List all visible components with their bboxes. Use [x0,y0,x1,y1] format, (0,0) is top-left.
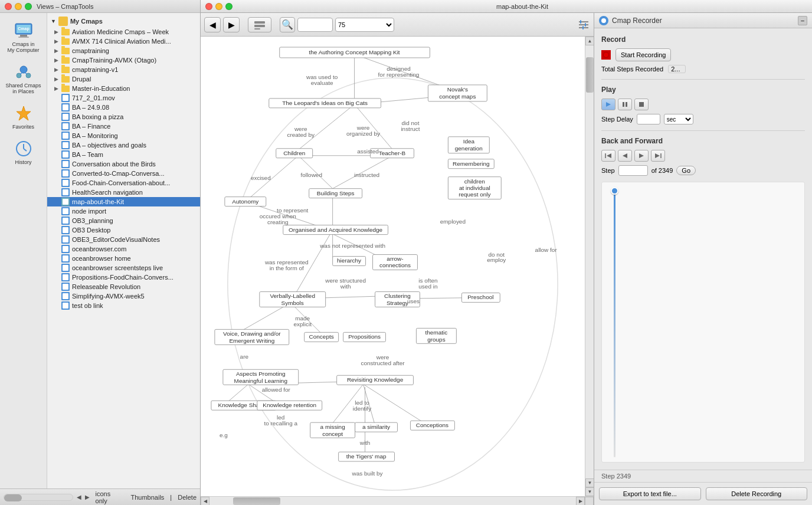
tree-item-ba-objectives[interactable]: BA – objectives and goals [47,140,200,150]
tree-item-cmaptraining[interactable]: ▶ cmaptraining [47,46,200,55]
step-forward-button[interactable] [634,150,649,162]
vertical-scrollbar[interactable]: ▲ ▼ ▼ [585,37,594,496]
pause-button[interactable] [618,99,632,110]
scroll-track-vertical[interactable] [585,45,594,478]
nav-shared-cmaps[interactable]: Shared Cmapsin Places [3,59,44,98]
minimize-button[interactable] [15,3,22,10]
icons-only-label[interactable]: icons only [96,490,124,504]
progress-thumb[interactable] [611,187,618,195]
svg-text:allowed for: allowed for [262,386,291,393]
svg-text:Revisiting Knowledge: Revisiting Knowledge [347,376,404,383]
tree-item-drupal[interactable]: ▶ Drupal [47,74,200,84]
step-back-button[interactable] [618,150,632,162]
cmap-icon [61,160,70,168]
zoom-in-button[interactable]: 🔍 [280,17,295,32]
tree-item-obe3[interactable]: OBE3_EditorCodeVisualNotes [47,235,200,244]
tree-item-aviation[interactable]: ▶ Aviation Medicine Cmaps – Week [47,27,200,37]
tree-item-map-about-kit[interactable]: map-about-the-Kit [47,197,200,206]
tree-item-converted[interactable]: Converted-to-Cmap-Conversa... [47,169,200,178]
svg-line-33 [245,156,299,202]
play-button[interactable] [601,99,615,110]
maximize-button[interactable] [25,3,32,10]
tree-item-avmx714[interactable]: ▶ AVMX 714 Clinical Aviation Medi... [47,37,200,46]
svg-text:evaluate: evaluate [311,80,333,86]
folder-icon [61,38,70,45]
scroll-up-button[interactable]: ▲ [585,37,594,45]
svg-rect-50 [280,47,430,58]
scroll-right-button[interactable]: ▶ [576,497,585,505]
svg-text:in the form of: in the form of [270,265,304,271]
tree-item-conversation-birds[interactable]: Conversation about the Birds [47,159,200,169]
stop-button[interactable] [634,99,649,110]
tree-item-cmaptraining-v1[interactable]: ▶ cmaptraining-v1 [47,65,200,74]
nav-favorites[interactable]: Favorites [3,100,44,133]
step-delay-input[interactable]: 1 [637,114,660,124]
back-button[interactable]: ◀ [204,17,221,32]
scroll-bottom-button[interactable]: ▼ [585,487,594,496]
horizontal-scrollbar[interactable]: ◀ ▶ [201,496,594,505]
scroll-track-horizontal[interactable] [209,497,576,505]
delete-label[interactable]: Delete [178,494,197,501]
map-canvas[interactable]: the Authoring Concept Mapping Kit The Le… [201,37,585,496]
zoom-input[interactable]: 75 [297,18,333,32]
svg-text:The Leopard's Ideas on Big Cat: The Leopard's Ideas on Big Cats [282,100,368,106]
scroll-thumb-vertical[interactable] [586,57,594,93]
go-button[interactable]: Go [676,166,696,175]
record-section-title: Record [601,35,805,44]
last-step-button[interactable] [651,150,665,162]
folder-icon [61,86,70,92]
svg-line-43 [248,381,364,384]
tree-item-ba-team[interactable]: BA – Team [47,150,200,159]
tree-item-healthsearch[interactable]: HealthSearch navigation [47,188,200,197]
map-minimize-button[interactable] [215,3,222,10]
tree-item-oceanbrowser-home[interactable]: oceanbrowser home [47,254,200,263]
map-maximize-button[interactable] [225,3,233,10]
tree-item-food-chain[interactable]: Food-Chain-Conversation-about... [47,178,200,188]
step-delay-unit[interactable]: sec ms [664,114,693,124]
scroll-down-button[interactable]: ▼ [585,478,594,487]
tools-button[interactable] [248,17,271,32]
tree-item-ba-finance[interactable]: BA – Finance [47,122,200,131]
export-button[interactable]: Export to text file... [599,487,701,500]
thumbnails-label[interactable]: Thumbnails [130,494,164,501]
settings-icon[interactable] [577,18,590,31]
tree-item-test-ob[interactable]: test ob link [47,301,200,310]
svg-text:assisted: assisted [357,148,379,155]
my-cmaps-label: My Cmaps [70,18,103,25]
cmap-icon [61,301,70,310]
tree-item-ba-monitoring[interactable]: BA – Monitoring [47,131,200,140]
map-close-button[interactable] [205,3,212,10]
scroll-left-button[interactable]: ◀ [201,497,209,505]
close-button[interactable] [5,3,12,10]
tree-item-cmaptraining-avmx[interactable]: ▶ CmapTraining-AVMX (Otago) [47,55,200,65]
tree-item-oceanbrowser-com[interactable]: oceanbrowser.com [47,244,200,254]
delete-recording-button[interactable]: Delete Recording [706,487,808,500]
forward-button[interactable]: ▶ [223,17,240,32]
svg-line-13 [24,149,27,151]
tree-item-propositions[interactable]: Propositions-FoodChain-Convers... [47,273,200,282]
cmap-icon [61,113,70,121]
step-number-input[interactable] [618,165,648,176]
tree-item-ba-24[interactable]: BA – 24.9.08 [47,103,200,112]
tree-item-node-import[interactable]: node import [47,206,200,216]
tree-item-master[interactable]: ▶ Master-in-Education [47,84,200,93]
tree-item-releaseable[interactable]: Releaseable Revolution [47,282,200,291]
svg-text:Clustering: Clustering [384,293,411,299]
tree-item-ob3-planning[interactable]: OB3_planning [47,216,200,225]
tree-item-oceanbrowser-screen[interactable]: oceanbrowser screentsteps live [47,263,200,273]
scroll-thumb-horizontal[interactable] [233,497,280,505]
tree-item-simplifying[interactable]: Simplifying-AVMX-week5 [47,291,200,301]
collapse-button[interactable]: – [798,16,807,25]
tree-item-ob3-desktop[interactable]: OB3 Desktop [47,225,200,235]
tree-item-ba-boxing[interactable]: BA boxing a pizza [47,112,200,122]
tree-item-717[interactable]: 717_2_01.mov [47,93,200,103]
nav-cmaps-computer[interactable]: Cmap Cmaps inMy Computer [3,18,44,57]
svg-text:Teacher-B: Teacher-B [379,150,406,156]
zoom-select[interactable]: 75 50 100 125 [335,18,394,32]
cmap-icon [61,169,70,178]
step-delay-label: Step Delay [601,116,633,123]
first-step-button[interactable] [601,150,615,162]
start-recording-button[interactable]: Start Recording [615,48,671,61]
folder-icon [61,48,70,54]
nav-history[interactable]: History [3,136,44,169]
